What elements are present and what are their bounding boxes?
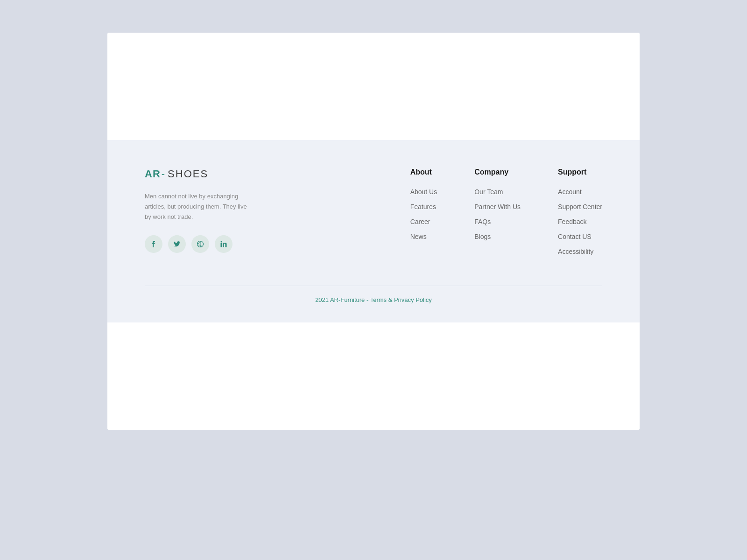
about-us-link[interactable]: About Us [410, 188, 437, 196]
list-item: Our Team [474, 188, 521, 196]
footer-col-about-heading: About [410, 168, 437, 176]
footer-col-company-heading: Company [474, 168, 521, 176]
features-link[interactable]: Features [410, 203, 436, 210]
partner-with-us-link[interactable]: Partner With Us [474, 203, 521, 210]
list-item: Feedback [558, 217, 602, 226]
footer-col-about-list: About Us Features Career News [410, 188, 437, 241]
list-item: About Us [410, 188, 437, 196]
account-link[interactable]: Account [558, 188, 582, 196]
footer-col-support-list: Account Support Center Feedback Contact … [558, 188, 602, 256]
list-item: Partner With Us [474, 203, 521, 211]
list-item: Support Center [558, 203, 602, 211]
list-item: Contact US [558, 232, 602, 241]
footer-brand: AR - SHOES Men cannot not live by exchan… [145, 168, 275, 262]
twitter-icon[interactable] [168, 235, 186, 253]
contact-us-link[interactable]: Contact US [558, 233, 592, 240]
brand-logo-ar: AR [145, 168, 161, 180]
faqs-link[interactable]: FAQs [474, 218, 491, 225]
list-item: Blogs [474, 232, 521, 241]
linkedin-icon[interactable] [215, 235, 233, 253]
svg-point-2 [221, 241, 222, 243]
list-item: News [410, 232, 437, 241]
page-wrapper: AR - SHOES Men cannot not live by exchan… [107, 33, 640, 430]
footer-top: AR - SHOES Men cannot not live by exchan… [145, 168, 602, 262]
footer-col-company-list: Our Team Partner With Us FAQs Blogs [474, 188, 521, 241]
footer-columns: About About Us Features Career News Comp… [275, 168, 602, 262]
accessibility-link[interactable]: Accessibility [558, 248, 593, 255]
dribbble-icon[interactable] [191, 235, 209, 253]
list-item: Accessibility [558, 247, 602, 256]
footer-copyright[interactable]: 2021 AR-Furniture - Terms & Privacy Poli… [315, 296, 432, 303]
bottom-page-area [107, 322, 640, 430]
brand-logo: AR - SHOES [145, 168, 275, 180]
list-item: FAQs [474, 217, 521, 226]
footer: AR - SHOES Men cannot not live by exchan… [107, 140, 640, 322]
footer-col-support-heading: Support [558, 168, 602, 176]
blogs-link[interactable]: Blogs [474, 233, 491, 240]
svg-rect-1 [221, 243, 222, 247]
feedback-link[interactable]: Feedback [558, 218, 586, 225]
footer-col-support: Support Account Support Center Feedback … [558, 168, 602, 262]
list-item: Career [410, 217, 437, 226]
list-item: Features [410, 203, 437, 211]
support-center-link[interactable]: Support Center [558, 203, 602, 210]
brand-logo-shoes: SHOES [168, 168, 208, 180]
news-link[interactable]: News [410, 233, 427, 240]
list-item: Account [558, 188, 602, 196]
facebook-icon[interactable] [145, 235, 162, 253]
our-team-link[interactable]: Our Team [474, 188, 503, 196]
footer-col-company: Company Our Team Partner With Us FAQs Bl… [474, 168, 521, 262]
footer-col-about: About About Us Features Career News [410, 168, 437, 262]
career-link[interactable]: Career [410, 218, 430, 225]
footer-bottom: 2021 AR-Furniture - Terms & Privacy Poli… [145, 286, 602, 304]
main-content [107, 33, 640, 140]
brand-tagline: Men cannot not live by exchanging articl… [145, 191, 247, 222]
brand-logo-dash: - [162, 168, 165, 180]
social-icons [145, 235, 275, 253]
